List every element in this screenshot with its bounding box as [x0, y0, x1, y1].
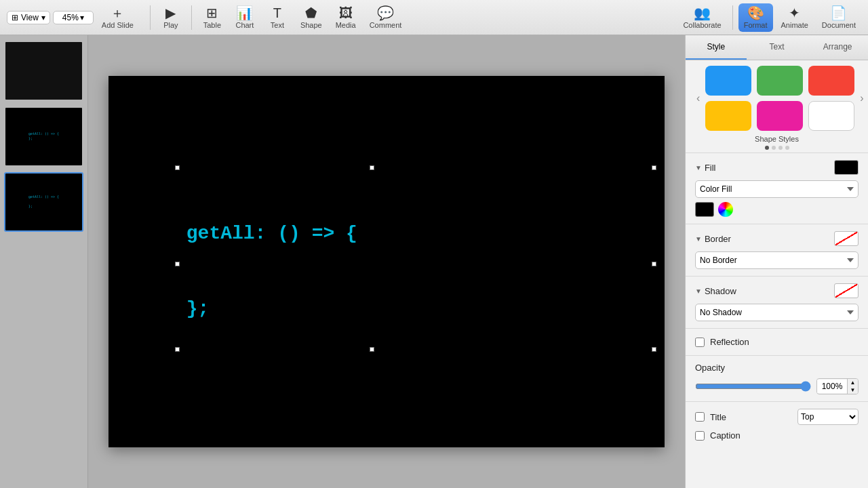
- view-button[interactable]: ⊞ View ▾: [7, 11, 50, 24]
- title-section: Title Top Bottom Caption: [686, 401, 868, 453]
- reflection-row: Reflection: [686, 328, 868, 355]
- chart-button[interactable]: 📊 Chart: [230, 3, 260, 32]
- right-panel: Style Text Arrange ‹ ›: [685, 35, 868, 488]
- comment-button[interactable]: 💬 Comment: [364, 3, 408, 32]
- caption-row: Caption: [695, 430, 859, 441]
- document-label: Document: [822, 21, 856, 29]
- view-icon: ⊞: [12, 13, 18, 22]
- play-button[interactable]: ▶ Play: [156, 3, 186, 32]
- format-button[interactable]: 🎨 Format: [738, 3, 773, 32]
- slide-thumb-1[interactable]: 1: [4, 41, 83, 101]
- animate-icon: ✦: [789, 6, 800, 20]
- document-button[interactable]: 📄 Document: [816, 3, 861, 32]
- title-position-select[interactable]: Top Bottom: [797, 409, 859, 425]
- handle-top-right[interactable]: [652, 165, 656, 170]
- style-swatch-white[interactable]: [808, 101, 854, 131]
- border-label: Border: [705, 234, 731, 244]
- caption-checkbox[interactable]: [695, 431, 705, 441]
- title-label[interactable]: Title: [710, 412, 792, 422]
- caption-label[interactable]: Caption: [710, 430, 859, 441]
- opacity-input[interactable]: [817, 380, 847, 393]
- shadow-section: ▼ Shadow No Shadow Drop Shadow Contact S…: [686, 276, 868, 328]
- table-button[interactable]: ⊞ Table: [197, 3, 227, 32]
- collaborate-button[interactable]: 👥 Collaborate: [677, 3, 726, 32]
- text-button[interactable]: T Text: [262, 3, 292, 32]
- color-wheel-button[interactable]: [718, 202, 733, 217]
- shadow-header[interactable]: ▼ Shadow: [695, 283, 859, 298]
- fill-section: ▼ Fill Color Fill Gradient Fill Image Fi…: [686, 152, 868, 224]
- fill-type-select[interactable]: Color Fill Gradient Fill Image Fill No F…: [695, 180, 859, 198]
- code-line-2: [186, 251, 357, 292]
- reflection-label[interactable]: Reflection: [710, 337, 749, 347]
- media-button[interactable]: 🖼 Media: [330, 3, 361, 32]
- handle-top-mid[interactable]: [370, 165, 374, 170]
- fill-color-swatch[interactable]: [695, 202, 714, 217]
- shadow-collapse-icon: ▼: [695, 287, 702, 295]
- tab-text[interactable]: Text: [747, 35, 808, 60]
- opacity-section: Opacity ▲ ▼: [686, 355, 868, 401]
- slide-thumb-inner-1: [5, 42, 82, 100]
- fill-color-row: [695, 202, 859, 217]
- media-icon: 🖼: [339, 6, 353, 20]
- style-swatch-green[interactable]: [757, 66, 803, 96]
- style-swatch-yellow[interactable]: [705, 101, 751, 131]
- title-checkbox[interactable]: [695, 412, 705, 422]
- shape-icon: ⬟: [305, 6, 317, 20]
- code-line-1: getAll: () => {: [186, 217, 357, 251]
- shadow-header-left: ▼ Shadow: [695, 286, 736, 296]
- chart-icon: 📊: [236, 6, 253, 20]
- right-tabs: Style Text Arrange: [686, 35, 868, 60]
- toolbar: ⊞ View ▾ 45% ▾ ＋ Add Slide ▶ Play ⊞ Tabl…: [0, 0, 868, 35]
- format-label: Format: [744, 21, 768, 29]
- opacity-down-button[interactable]: ▼: [847, 386, 858, 394]
- shape-button[interactable]: ⬟ Shape: [295, 3, 328, 32]
- divider-2: [191, 5, 192, 30]
- slide-thumb-2[interactable]: 2 getAll: () => {};: [4, 106, 83, 167]
- reflection-checkbox[interactable]: [695, 338, 705, 347]
- shadow-type-row: No Shadow Drop Shadow Contact Shadow: [695, 304, 859, 321]
- opacity-slider[interactable]: [695, 381, 811, 392]
- style-swatch-red[interactable]: [808, 66, 854, 96]
- play-label: Play: [163, 21, 178, 29]
- fill-collapse-icon: ▼: [695, 164, 702, 171]
- title-row: Title Top Bottom: [695, 409, 859, 425]
- zoom-control[interactable]: 45% ▾: [53, 11, 94, 24]
- tab-style[interactable]: Style: [686, 35, 747, 60]
- border-color-preview[interactable]: [834, 231, 859, 246]
- shadow-color-preview[interactable]: [834, 283, 859, 298]
- view-chevron-icon: ▾: [41, 13, 45, 22]
- handle-mid-right[interactable]: [652, 262, 656, 266]
- border-type-select[interactable]: No Border Solid Line Dashed Line: [695, 251, 859, 269]
- opacity-stepper: ▲ ▼: [847, 379, 858, 394]
- slide-thumb-inner-2: getAll: () => {};: [5, 108, 82, 165]
- fill-header[interactable]: ▼ Fill: [695, 160, 859, 175]
- code-text[interactable]: getAll: () => { };: [186, 217, 357, 326]
- fill-type-row: Color Fill Gradient Fill Image Fill No F…: [695, 180, 859, 198]
- handle-mid-left[interactable]: [175, 262, 180, 266]
- opacity-up-button[interactable]: ▲: [847, 379, 858, 386]
- shadow-type-select[interactable]: No Shadow Drop Shadow Contact Shadow: [695, 304, 859, 321]
- handle-top-left[interactable]: [175, 165, 180, 170]
- chart-label: Chart: [235, 21, 254, 29]
- style-swatch-blue[interactable]: [705, 66, 751, 96]
- canvas-area[interactable]: getAll: () => { };: [88, 35, 685, 488]
- border-header-left: ▼ Border: [695, 234, 731, 244]
- fill-color-preview[interactable]: [834, 160, 859, 175]
- border-header[interactable]: ▼ Border: [695, 231, 859, 246]
- styles-next-arrow[interactable]: ›: [857, 91, 866, 106]
- style-swatch-pink[interactable]: [757, 101, 803, 131]
- slide-thumb-3[interactable]: 3 getAll: () => {};: [4, 172, 83, 232]
- tab-arrange[interactable]: Arrange: [807, 35, 868, 60]
- handle-bot-left[interactable]: [175, 347, 180, 352]
- dot-4: [785, 146, 789, 150]
- add-slide-button[interactable]: ＋ Add Slide: [96, 3, 139, 32]
- format-icon: 🎨: [747, 6, 764, 20]
- handle-bot-mid[interactable]: [370, 347, 374, 352]
- dot-2: [772, 146, 776, 150]
- code-line-3: };: [186, 292, 357, 326]
- handle-bot-right[interactable]: [652, 347, 656, 352]
- animate-button[interactable]: ✦ Animate: [776, 3, 814, 32]
- border-section: ▼ Border No Border Solid Line Dashed Lin…: [686, 224, 868, 276]
- styles-prev-arrow[interactable]: ‹: [694, 91, 703, 106]
- shadow-label: Shadow: [705, 286, 736, 296]
